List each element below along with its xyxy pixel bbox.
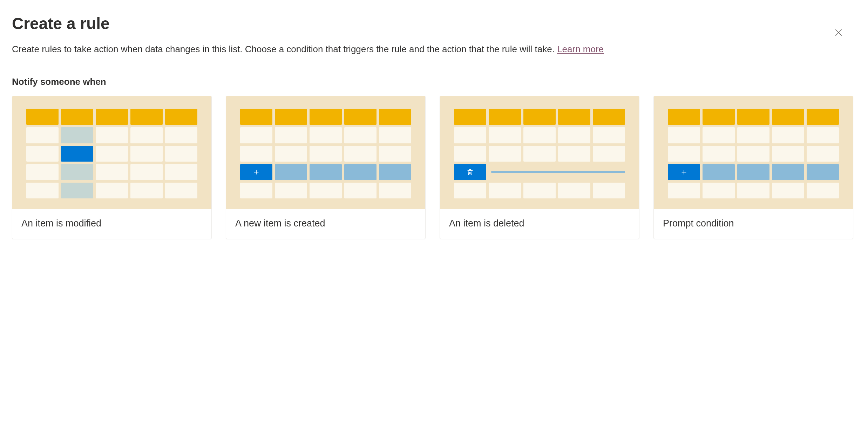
close-button[interactable] — [830, 25, 847, 41]
rule-card-label: An item is deleted — [440, 209, 639, 239]
rule-cards-row: An item is modified — [12, 96, 856, 239]
close-icon — [834, 28, 843, 38]
rule-card-label: Prompt condition — [654, 209, 853, 239]
rule-card-illustration — [654, 96, 853, 209]
dialog-title: Create a rule — [12, 14, 856, 33]
rule-card-illustration — [226, 96, 425, 209]
create-rule-dialog: Create a rule Create rules to take actio… — [0, 0, 868, 448]
rule-card-deleted[interactable]: An item is deleted — [440, 96, 639, 239]
plus-icon — [240, 164, 272, 180]
rule-card-created[interactable]: A new item is created — [226, 96, 426, 239]
rule-card-prompt[interactable]: Prompt condition — [653, 96, 853, 239]
notify-section-label: Notify someone when — [12, 76, 856, 87]
plus-icon — [668, 164, 700, 180]
rule-card-illustration — [440, 96, 639, 209]
dialog-description: Create rules to take action when data ch… — [12, 43, 856, 55]
rule-card-modified[interactable]: An item is modified — [12, 96, 212, 239]
rule-card-label: A new item is created — [226, 209, 425, 239]
rule-card-label: An item is modified — [12, 209, 211, 239]
trash-icon — [454, 164, 486, 180]
description-text: Create rules to take action when data ch… — [12, 44, 557, 54]
rule-card-illustration — [12, 96, 211, 209]
learn-more-link[interactable]: Learn more — [557, 44, 604, 54]
